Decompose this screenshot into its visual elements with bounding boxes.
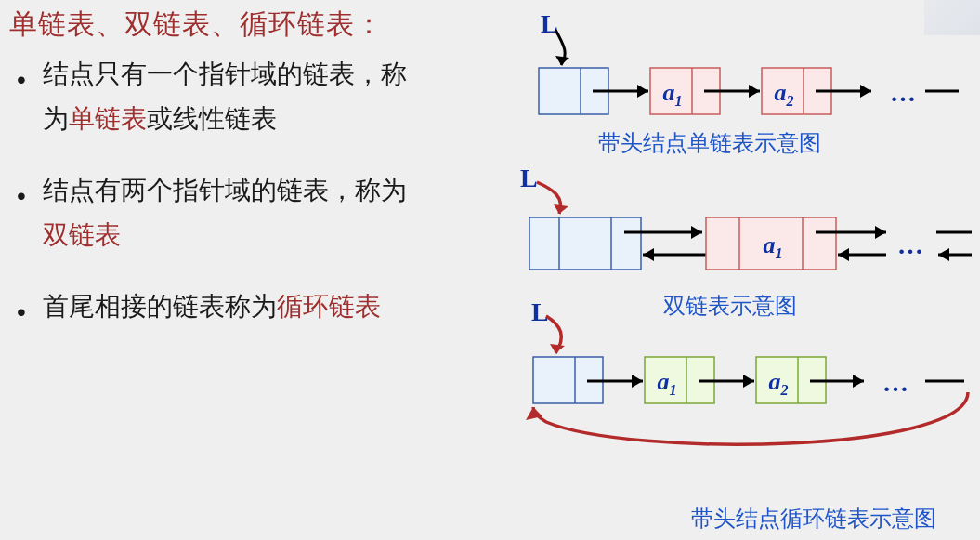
svg-marker-39 xyxy=(632,375,643,388)
svg-marker-9 xyxy=(749,85,760,98)
corner-image-fragment xyxy=(924,0,980,35)
ellipsis-1: … xyxy=(890,78,916,108)
bullet-3-term: 循环链表 xyxy=(277,292,381,321)
ellipsis-3: … xyxy=(882,368,908,398)
bullet-3-prefix: 首尾相接的链表称为 xyxy=(43,292,277,321)
bullet-1-prefix: 为 xyxy=(43,104,69,133)
svg-marker-14 xyxy=(860,85,871,98)
bullet-2: • 结点有两个指针域的链表，称为 双链表 xyxy=(43,168,526,257)
svg-marker-49 xyxy=(853,375,864,388)
bullet-dot: • xyxy=(17,174,26,218)
circular-linked-list-diagram: a1 a2 xyxy=(509,303,980,498)
svg-marker-31 xyxy=(838,248,849,261)
svg-marker-21 xyxy=(691,226,702,239)
svg-rect-17 xyxy=(529,217,641,270)
bullet-1-line1: 结点只有一个指针域的链表，称 xyxy=(43,59,407,88)
caption-circular: 带头结点循环链表示意图 xyxy=(691,504,936,533)
doubly-linked-list-diagram: a1 xyxy=(520,169,980,290)
svg-marker-29 xyxy=(875,226,886,239)
bullet-2-term: 双链表 xyxy=(43,220,121,249)
bullet-1-term: 单链表 xyxy=(69,104,147,133)
bullet-1: • 结点只有一个指针域的链表，称 为单链表或线性链表 xyxy=(43,52,526,141)
ellipsis-2: … xyxy=(897,230,923,260)
svg-marker-23 xyxy=(643,248,654,261)
bullet-1-suffix: 或线性链表 xyxy=(147,104,277,133)
svg-marker-44 xyxy=(743,375,754,388)
svg-marker-4 xyxy=(637,85,648,98)
svg-marker-0 xyxy=(555,56,569,65)
slide: { "heading": "单链表、双链表、循环链表：", "bullets":… xyxy=(0,0,980,540)
singly-linked-list-diagram: a1 a2 xyxy=(520,17,980,128)
caption-singly: 带头结点单链表示意图 xyxy=(598,128,821,158)
title-text: 单链表、双链表、循环链表： xyxy=(9,6,384,44)
svg-marker-34 xyxy=(938,248,949,261)
bullet-dot: • xyxy=(17,290,26,335)
bullet-dot: • xyxy=(17,58,26,102)
bullet-3: • 首尾相接的链表称为循环链表 xyxy=(43,284,526,329)
bullet-2-line1: 结点有两个指针域的链表，称为 xyxy=(43,176,407,204)
